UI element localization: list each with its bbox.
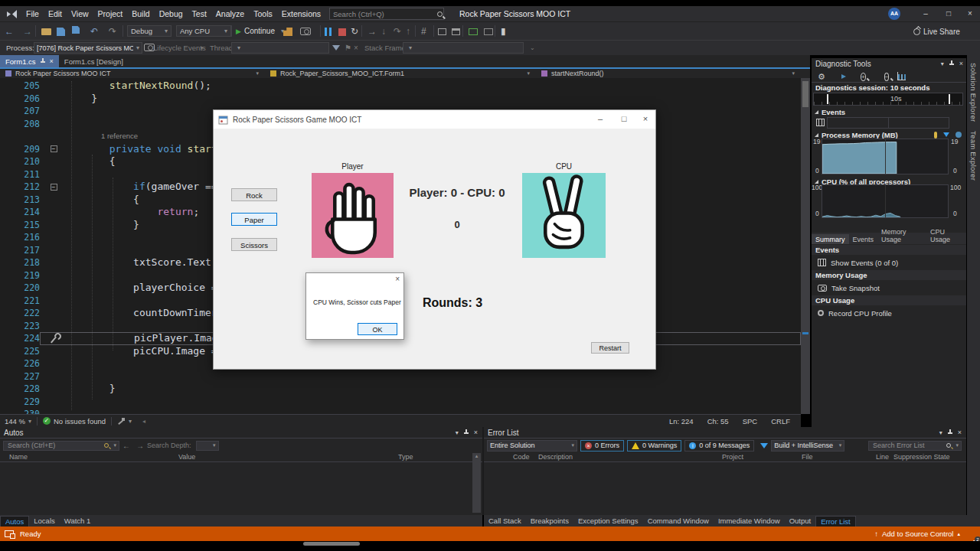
bookmark-icon[interactable]: ▮ [501,22,506,41]
continue-button[interactable]: ▶ Continue ▾ [236,24,284,37]
pin-icon[interactable] [949,60,955,67]
open-folder-icon[interactable] [41,28,51,35]
thread-dropdown[interactable]: ▾ [231,42,329,54]
search-input[interactable] [6,441,103,450]
overflow-chevron-icon[interactable]: ⌄ [530,41,535,56]
column-header-code[interactable]: Code [513,453,530,461]
paper-button[interactable]: Paper [231,213,277,226]
search-depth-dropdown[interactable]: ▾ [196,441,219,451]
panel-tab-breakpoints[interactable]: Breakpoints [526,516,573,526]
search-forward-icon[interactable]: → [136,442,144,450]
menu-project[interactable]: Project [93,6,128,21]
spaces-indicator[interactable]: SPC [743,417,758,425]
column-header-type[interactable]: Type [398,453,413,461]
pin-icon[interactable] [40,58,46,65]
menu-tools[interactable]: Tools [249,6,277,21]
code-line[interactable]: 227 [0,370,801,383]
pause-icon[interactable] [325,28,327,36]
code-line[interactable]: 230 [0,408,801,414]
save-icon[interactable] [57,28,65,36]
breadcrumb-segment[interactable]: Rock_Paper_Scissors_MOO_ICT.Form1▾ [265,69,536,78]
game-title-bar[interactable]: Rock Paper Scissors Game MOO ICT – □ × [214,110,655,129]
summary-action-record-cpu-profile[interactable]: Record CPU Profile [812,307,966,319]
panel-tab-immediate-window[interactable]: Immediate Window [714,516,785,526]
summary-action-take-snapshot[interactable]: Take Snapshot [812,282,966,294]
stop-icon[interactable] [338,28,346,36]
menu-file[interactable]: File [21,6,44,21]
panel-tab-watch-1[interactable]: Watch 1 [60,516,96,526]
flag-icon[interactable]: ⚑ [345,41,351,56]
maximize-icon[interactable]: □ [939,6,959,21]
step-over-icon[interactable]: ↷ [394,22,401,41]
build-filter-dropdown[interactable]: Build + IntelliSense ▾ [771,440,844,452]
step-out-icon[interactable]: ↑ [406,22,410,41]
platform-dropdown[interactable]: Any CPU▾ [176,25,231,37]
panel-tab-command-window[interactable]: Command Window [643,516,714,526]
chevron-down-icon[interactable]: ▾ [456,429,459,436]
screenshot-icon[interactable] [300,28,311,35]
close-icon[interactable]: × [634,110,657,129]
column-header-suppression-state[interactable]: Suppression State [893,453,950,461]
live-share-button[interactable]: Live Share [913,22,960,41]
close-icon[interactable]: × [958,429,962,436]
fold-icon[interactable]: − [51,145,57,152]
breadcrumb-segment[interactable]: Rock Paper Scissors MOO ICT▾ [0,69,265,78]
diag-tab-events[interactable]: Events [849,234,878,244]
side-tab-team-explorer[interactable]: Team Explorer [969,131,978,181]
restart-icon[interactable]: ↻ [351,22,358,41]
diag-tab-cpu-usage[interactable]: CPU Usage [926,227,966,244]
rock-button[interactable]: Rock [231,188,277,201]
code-line[interactable]: 229 [0,396,801,409]
ok-button[interactable]: OK [358,323,397,335]
chevron-down-icon[interactable]: ▾ [939,429,942,436]
filter-icon[interactable] [332,45,340,51]
panel-tab-error-list[interactable]: Error List [815,516,856,527]
maximize-icon[interactable]: □ [612,110,635,129]
panel-tab-locals[interactable]: Locals [29,516,59,526]
menu-analyze[interactable]: Analyze [211,6,249,21]
search-input[interactable] [871,441,945,450]
stack-frame-dropdown[interactable]: ▾ [403,42,524,54]
chevron-down-icon[interactable]: ▾ [941,60,944,67]
environment-icon[interactable] [484,28,493,35]
menu-debug[interactable]: Debug [155,6,188,21]
redo-icon[interactable]: ↷ [109,22,116,41]
column-header-line[interactable]: Line [876,453,889,461]
window-icon[interactable] [438,28,446,35]
close-icon[interactable]: × [395,275,400,283]
hscroll-left-icon[interactable]: ◂ [142,418,145,425]
menu-test[interactable]: Test [188,6,211,21]
column-header-description[interactable]: Description [538,453,573,461]
menu-edit[interactable]: Edit [44,6,67,21]
tab-form1-cs[interactable]: Form1.cs× [0,55,59,67]
step-into-icon[interactable]: ↓ [381,22,386,41]
close-icon[interactable]: × [474,429,478,436]
column-header-name[interactable]: Name [9,453,28,461]
restart-button[interactable]: Restart [591,342,629,354]
lifecycle-events-button[interactable]: Lifecycle Events [153,41,206,56]
code-line[interactable]: 206 } [0,93,801,106]
zoom-out-icon[interactable]: − [884,73,890,81]
show-next-statement-icon[interactable]: → [368,22,377,41]
memory-icon[interactable]: # [421,22,426,41]
zoom-in-icon[interactable]: + [861,73,866,81]
scissors-button[interactable]: Scissors [231,238,277,251]
save-all-icon[interactable] [72,26,80,34]
undo-icon[interactable]: ↶ [90,22,98,41]
detach-icon[interactable]: × [354,41,358,56]
search-input[interactable] [330,10,437,18]
zoom-level[interactable]: 144 % [5,417,25,425]
timeline-marker[interactable] [949,94,950,104]
panel-tab-output[interactable]: Output [785,516,816,526]
column-header-project[interactable]: Project [722,453,743,461]
back-icon[interactable]: ← [5,22,14,41]
breadcrumb-segment[interactable]: startNextRound()▾ [536,69,801,78]
settings-gear-icon[interactable]: ⚙ [818,72,825,81]
pin-icon[interactable] [463,429,469,436]
menu-build[interactable]: Build [127,6,154,21]
scrollbar-thumb[interactable] [802,81,808,107]
autos-scrollbar[interactable]: ▴ [472,453,481,513]
minimize-icon[interactable]: – [589,110,612,129]
errors-filter-button[interactable]: × 0 Errors [580,440,624,452]
search-back-icon[interactable]: ← [122,442,130,450]
